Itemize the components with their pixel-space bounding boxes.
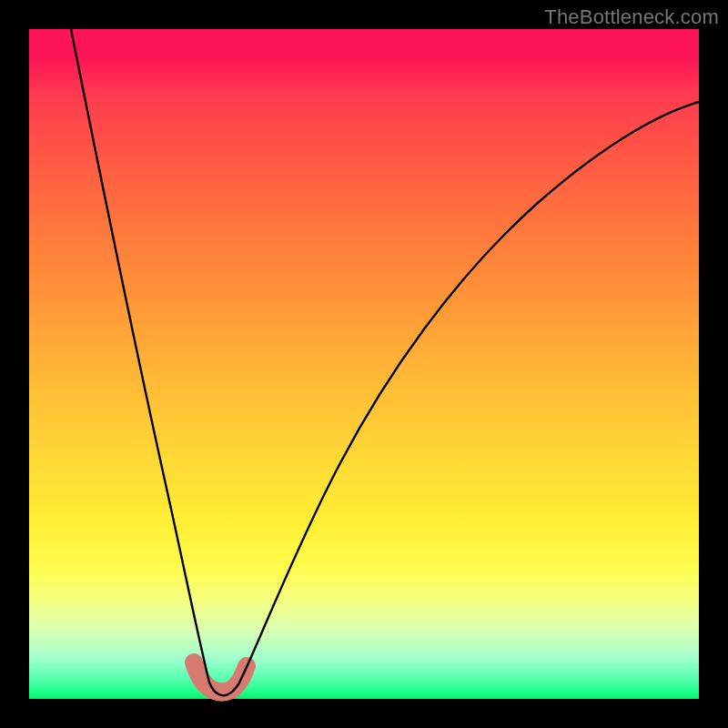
min-marker <box>194 662 247 693</box>
curve-layer <box>29 29 699 699</box>
bottleneck-curve <box>71 29 699 695</box>
plot-area <box>29 29 699 699</box>
watermark-text: TheBottleneck.com <box>544 5 719 29</box>
chart-frame: TheBottleneck.com <box>0 0 728 728</box>
